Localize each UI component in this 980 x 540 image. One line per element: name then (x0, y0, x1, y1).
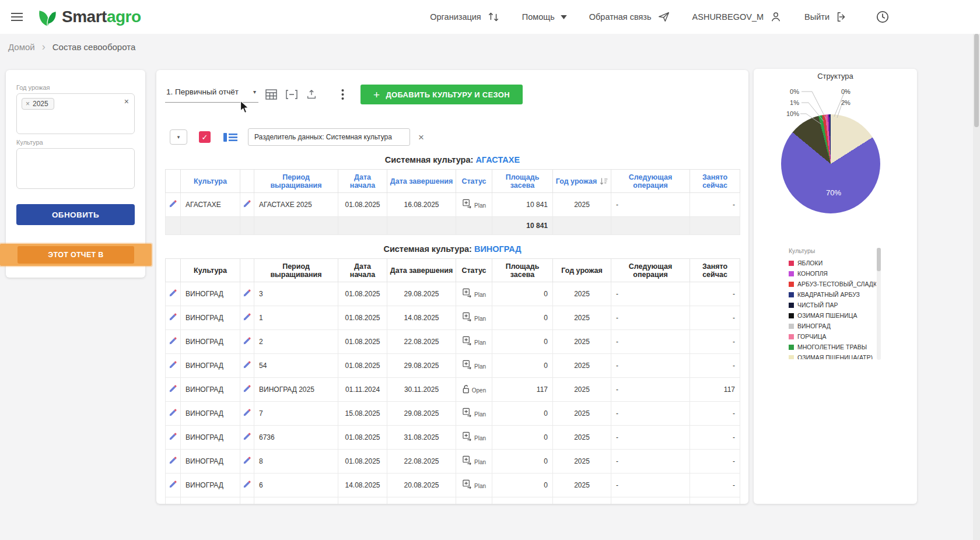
column-header[interactable]: Следующая операция (611, 170, 690, 193)
page-scrollbar-thumb[interactable] (974, 34, 979, 127)
column-header[interactable]: Занято сейчас (690, 170, 740, 193)
end-date-cell: 29.08.2025 (387, 282, 456, 306)
fit-columns-icon[interactable] (286, 90, 298, 99)
column-header-label: Культура (194, 267, 227, 275)
legend-item[interactable]: ГОРЧИЦА (789, 331, 876, 342)
edit-culture-icon[interactable] (169, 361, 177, 369)
harvest-year-label: Год урожая (16, 84, 135, 91)
start-date-cell: 14.08.2025 (338, 474, 387, 497)
edit-period-icon[interactable] (243, 289, 251, 297)
edit-period-icon[interactable] (243, 337, 251, 345)
sort-descending-icon[interactable] (600, 178, 608, 185)
edit-culture-icon[interactable] (169, 409, 177, 416)
breadcrumb-home[interactable]: Домой (8, 42, 35, 52)
edit-period-icon[interactable] (243, 385, 251, 392)
column-header[interactable]: Дата начала (338, 259, 387, 282)
edit-period-icon[interactable] (243, 481, 251, 488)
legend-item[interactable]: МНОГОЛЕТНИЕ ТРАВЫ (789, 342, 876, 352)
column-header[interactable]: Следующая операция (611, 259, 690, 282)
nav-user[interactable]: ASHURBEGOV_M (692, 10, 782, 23)
summary-cell (690, 217, 740, 235)
column-header[interactable]: Культура (181, 170, 240, 193)
culture-input[interactable] (16, 148, 135, 189)
edit-period-icon[interactable] (243, 313, 251, 321)
nav-logout[interactable]: Выйти (804, 10, 848, 23)
nav-help[interactable]: Помощь (522, 12, 567, 22)
edit-period-icon[interactable] (243, 361, 251, 369)
table-grid-icon[interactable] (265, 89, 277, 100)
year-chip-label: 2025 (33, 100, 48, 108)
legend-item[interactable]: ЯБЛОКИ (789, 258, 876, 268)
legend-item[interactable]: ОЗИМАЯ ПШЕНИЦА (789, 310, 876, 321)
edit-culture-icon[interactable] (169, 433, 177, 440)
structure-panel: Структура 0% 1% 10% 0% 2% 70% Культуры Я… (754, 69, 917, 504)
page-scrollbar[interactable] (973, 34, 980, 540)
column-header[interactable]: Дата завершения (387, 259, 456, 282)
legend-label: ГОРЧИЦА (797, 333, 827, 340)
edit-culture-icon[interactable] (169, 337, 177, 345)
legend-item[interactable]: ОЗИМАЯ ПШЕНИЦА(АТР) (789, 352, 876, 359)
more-vertical-icon[interactable] (341, 89, 344, 100)
column-header[interactable]: Занято сейчас (690, 259, 740, 282)
end-date-cell: 16.08.2025 (387, 193, 456, 217)
column-header[interactable]: Статус (456, 170, 492, 193)
column-header[interactable]: Дата начала (338, 170, 387, 193)
column-header[interactable]: Период выращивания (254, 259, 338, 282)
report-type-select[interactable]: 1. Первичный отчёт ▾ (165, 86, 258, 103)
hamburger-menu-icon[interactable] (8, 10, 26, 24)
summary-cell (254, 217, 338, 235)
legend-swatch (789, 334, 794, 339)
nav-feedback[interactable]: Обратная связь (589, 10, 670, 23)
nav-organization[interactable]: Организация (430, 10, 499, 23)
legend-item[interactable]: ЧИСТЫЙ ПАР (789, 300, 876, 310)
edit-period-cell (240, 330, 254, 354)
edit-period-icon[interactable] (243, 457, 251, 464)
edit-period-icon[interactable] (243, 433, 251, 440)
column-header[interactable]: Статус (456, 259, 492, 282)
data-splitter-field[interactable]: Разделитель данных: Системная культура (248, 128, 410, 146)
legend-scrollbar-thumb[interactable] (877, 248, 881, 271)
status-badge: Open (462, 384, 486, 394)
legend-item[interactable]: АРБУЗ-ТЕСТОВЫЙ_СЛАДКИЙ (789, 279, 876, 289)
column-header[interactable]: Площадь засева (492, 170, 553, 193)
table-row: ВИНОГРАД801.08.202522.08.2025Plan02025-- (166, 450, 740, 474)
column-header[interactable]: Период выращивания (254, 170, 338, 193)
occupied-now-cell: - (690, 426, 740, 450)
next-operation-cell: - (611, 378, 690, 402)
legend-item[interactable]: ВИНОГРАД (789, 321, 876, 331)
edit-culture-icon[interactable] (169, 457, 177, 464)
harvest-year-input[interactable]: × 2025 × (16, 93, 135, 134)
add-culture-season-button[interactable]: + ДОБАВИТЬ КУЛЬТУРУ И СЕЗОН (360, 85, 523, 104)
column-header[interactable]: Дата завершения (387, 170, 456, 193)
column-header[interactable]: Площадь засева (492, 259, 553, 282)
splitter-expand-button[interactable]: ▾ (170, 129, 187, 145)
edit-culture-icon[interactable] (169, 313, 177, 321)
edit-period-icon[interactable] (243, 409, 251, 416)
export-icon[interactable] (306, 89, 317, 100)
column-header[interactable]: Культура (181, 259, 240, 282)
report-highlight-button[interactable]: ЭТОТ ОТЧЕТ В (18, 246, 134, 264)
splitter-checkbox[interactable]: ✓ (199, 131, 211, 143)
column-header[interactable]: Год урожая (553, 259, 611, 282)
data-separator-icon[interactable] (223, 133, 237, 142)
edit-culture-cell (166, 193, 181, 217)
column-header[interactable]: Год урожая (553, 170, 611, 193)
legend-scrollbar[interactable] (877, 248, 881, 360)
summary-cell (166, 217, 181, 235)
clear-input-icon[interactable]: × (124, 97, 129, 106)
edit-culture-icon[interactable] (169, 385, 177, 392)
chip-remove-icon[interactable]: × (26, 100, 30, 107)
edit-culture-icon[interactable] (169, 289, 177, 297)
history-clock-icon[interactable] (875, 9, 890, 24)
edit-culture-icon[interactable] (169, 481, 177, 488)
remove-splitter-icon[interactable]: × (418, 132, 424, 142)
refresh-button[interactable]: ОБНОВИТЬ (16, 204, 135, 225)
edit-culture-icon[interactable] (169, 200, 177, 208)
app-logo[interactable]: Smartagro (36, 6, 141, 28)
edit-period-icon[interactable] (243, 200, 251, 208)
legend-item[interactable]: КВАДРАТНЫЙ АРБУЗ (789, 289, 876, 300)
edit-culture-cell (166, 306, 181, 330)
status-cell: Plan (456, 450, 492, 474)
legend-item[interactable]: КОНОПЛЯ (789, 268, 876, 279)
year-chip[interactable]: × 2025 (22, 98, 54, 110)
